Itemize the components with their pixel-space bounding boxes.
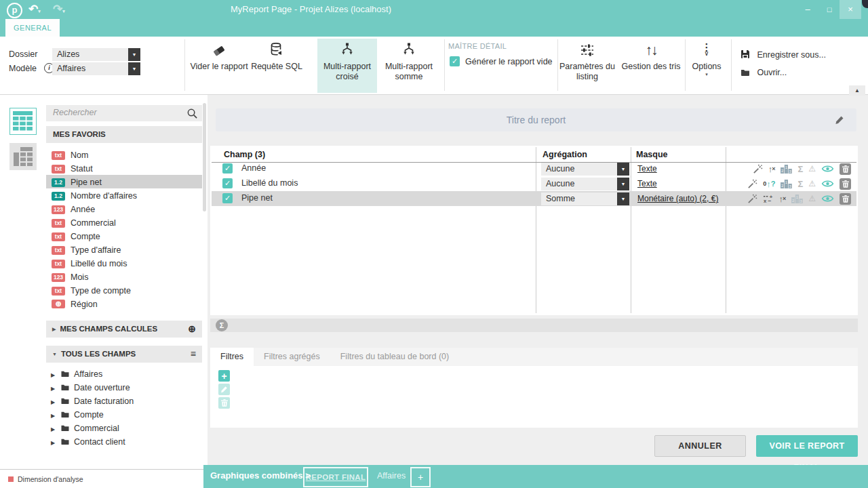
close-button[interactable]: × xyxy=(840,0,861,19)
add-filter-button[interactable]: + xyxy=(218,370,230,382)
sigma-icon[interactable]: Σ xyxy=(797,164,803,174)
graphiques-combines-link[interactable]: Graphiques combinés > xyxy=(210,470,311,481)
voir-report-final-button[interactable]: VOIR LE REPORT FINAL xyxy=(756,435,858,457)
masque-link[interactable]: Texte xyxy=(637,164,657,174)
list-item-selected[interactable]: 1.2Pipe net xyxy=(46,175,202,188)
tous-les-champs-header[interactable]: ▼TOUS LES CHAMPS ≡ xyxy=(46,346,202,363)
warning-icon[interactable]: ⚠ xyxy=(808,164,816,174)
maximize-button[interactable]: □ xyxy=(821,0,838,19)
search-icon[interactable] xyxy=(186,108,198,122)
tab-report-final[interactable]: REPORT FINAL xyxy=(303,467,368,487)
list-item[interactable]: 123Année xyxy=(46,202,202,216)
listing-view-button[interactable] xyxy=(9,108,37,135)
options-button[interactable]: ⋮ ∨ Options ▾ xyxy=(676,39,737,93)
search-input[interactable] xyxy=(52,107,183,118)
sort-cancel-icon[interactable]: ↑× xyxy=(768,164,776,174)
tab-filtres-agreges[interactable]: Filtres agrégés xyxy=(254,348,330,366)
list-item[interactable]: txtType d'affaire xyxy=(46,243,202,256)
sigma-icon[interactable]: Σ xyxy=(797,179,803,189)
annuler-button[interactable]: ANNULER xyxy=(654,435,746,457)
agregation-select[interactable]: Aucune ▼ xyxy=(541,178,629,190)
tab-general[interactable]: GENERAL xyxy=(5,19,60,37)
masque-link[interactable]: Monétaire (auto) (2, €) xyxy=(637,194,718,203)
warning-icon[interactable]: ⚠ xyxy=(808,179,816,188)
sigma-total-icon[interactable]: Σ xyxy=(216,319,228,331)
add-tab-button[interactable]: + xyxy=(410,467,431,487)
redo-caret-icon[interactable]: ▾ xyxy=(62,9,65,14)
parametres-listing-button[interactable]: Paramètres du listing xyxy=(557,39,618,93)
dossier-select[interactable]: Alizes ▼ xyxy=(52,48,140,61)
tab-filtres[interactable]: Filtres xyxy=(210,348,254,366)
trash-icon[interactable] xyxy=(840,178,851,190)
dropdown-arrow-icon[interactable]: ▼ xyxy=(128,62,140,75)
list-item[interactable]: 1.2Nombre d'affaires xyxy=(46,188,202,202)
list-item[interactable]: 123Mois xyxy=(46,270,202,283)
row-checkbox[interactable]: ✓ xyxy=(222,178,233,188)
mes-champs-calcules-header[interactable]: ▶MES CHAMPS CALCULES ⊕ xyxy=(46,321,202,338)
vider-le-rapport-button[interactable]: Vider le rapport xyxy=(189,39,250,93)
requete-sql-button[interactable]: Requête SQL xyxy=(246,39,307,93)
list-item[interactable]: ⊕Région xyxy=(46,297,202,310)
edit-filter-button[interactable] xyxy=(218,384,230,395)
multi-rapport-somme-button[interactable]: Multi-rapport somme xyxy=(378,39,439,93)
aggregate-edit-icon[interactable]: +x− xyxy=(763,194,773,203)
table-row-selected[interactable]: ✓ Pipe net Somme ▼ Monétaire (auto) (2, … xyxy=(212,191,856,206)
undo-caret-icon[interactable]: ▾ xyxy=(38,9,41,14)
magic-wand-icon[interactable] xyxy=(747,179,757,189)
tree-item[interactable]: ▶Commercial xyxy=(46,421,202,434)
enregistrer-sous-button[interactable]: Enregistrer sous... xyxy=(741,49,826,61)
minimize-button[interactable]: – xyxy=(799,0,816,19)
masque-link[interactable]: Texte xyxy=(637,179,657,188)
tree-item[interactable]: ▶Affaires xyxy=(46,367,202,380)
list-item[interactable]: txtLibellé du mois xyxy=(46,256,202,270)
edit-pencil-icon[interactable] xyxy=(835,115,844,127)
ranking-icon[interactable]: 213 xyxy=(781,165,792,174)
ranking-icon[interactable]: 213 xyxy=(781,180,792,188)
warning-icon[interactable]: ⚠ xyxy=(808,194,816,203)
tree-item[interactable]: ▶Contact client xyxy=(46,434,202,448)
delete-filter-button[interactable] xyxy=(218,397,230,409)
caret-right-icon[interactable]: ▶ xyxy=(51,436,60,450)
eye-icon[interactable] xyxy=(821,195,834,203)
dropdown-arrow-icon[interactable]: ▼ xyxy=(617,192,629,205)
list-item[interactable]: txtType de compte xyxy=(46,283,202,297)
crosstab-view-button[interactable] xyxy=(9,143,37,170)
undo-button[interactable]: ↶▾ xyxy=(28,2,41,16)
table-row[interactable]: ✓ Libellé du mois Aucune ▼ Texte 0↑? 213… xyxy=(212,176,856,191)
tree-item[interactable]: ▶Date ouverture xyxy=(46,380,202,394)
list-item[interactable]: txtCompte xyxy=(46,229,202,243)
dropdown-arrow-icon[interactable]: ▼ xyxy=(617,163,629,176)
eye-icon[interactable] xyxy=(821,180,834,188)
modele-select[interactable]: Affaires ▼ xyxy=(52,62,140,75)
multi-rapport-croise-button[interactable]: Multi-rapport croisé xyxy=(317,39,377,93)
row-checkbox[interactable]: ✓ xyxy=(222,193,233,203)
dropdown-arrow-icon[interactable]: ▼ xyxy=(617,178,629,190)
magic-wand-icon[interactable] xyxy=(747,194,757,204)
sort-missing-icon[interactable]: 0↑? xyxy=(763,179,775,189)
dropdown-arrow-icon[interactable]: ▼ xyxy=(128,48,140,61)
trash-icon[interactable] xyxy=(840,163,851,175)
list-item[interactable]: txtStatut xyxy=(46,161,202,175)
add-circle-icon[interactable]: ⊕ xyxy=(188,321,196,338)
tab-filtres-tableau-bord[interactable]: Filtres du tableau de bord (0) xyxy=(330,348,460,366)
generer-checkbox[interactable]: ✓ xyxy=(450,56,460,66)
ouvrir-button[interactable]: Ouvrir... xyxy=(741,68,787,79)
tab-affaires[interactable]: Affaires xyxy=(377,471,406,481)
eye-icon[interactable] xyxy=(821,165,834,173)
magic-wand-icon[interactable] xyxy=(753,164,763,174)
redo-button[interactable]: ↷▾ xyxy=(53,2,65,16)
ranking-icon[interactable]: 213 xyxy=(791,195,803,203)
gestion-tris-button[interactable]: ↑↓ Gestion des tris xyxy=(620,39,682,93)
list-item[interactable]: txtCommercial xyxy=(46,216,202,229)
collapse-ribbon-button[interactable]: ▲ xyxy=(849,85,865,96)
tree-item[interactable]: ▶Compte xyxy=(46,407,202,421)
agregation-select[interactable]: Aucune ▼ xyxy=(541,163,629,176)
sidebar-scrollbar[interactable] xyxy=(203,103,206,211)
row-checkbox[interactable]: ✓ xyxy=(222,163,233,174)
tree-item[interactable]: ▶Date facturation xyxy=(46,394,202,407)
mes-favoris-header[interactable]: MES FAVORIS xyxy=(46,126,202,143)
trash-icon[interactable] xyxy=(840,193,851,205)
list-item[interactable]: txtNom xyxy=(46,148,202,161)
menu-icon[interactable]: ≡ xyxy=(191,346,196,363)
report-title-bar[interactable]: Titre du report xyxy=(216,108,856,131)
